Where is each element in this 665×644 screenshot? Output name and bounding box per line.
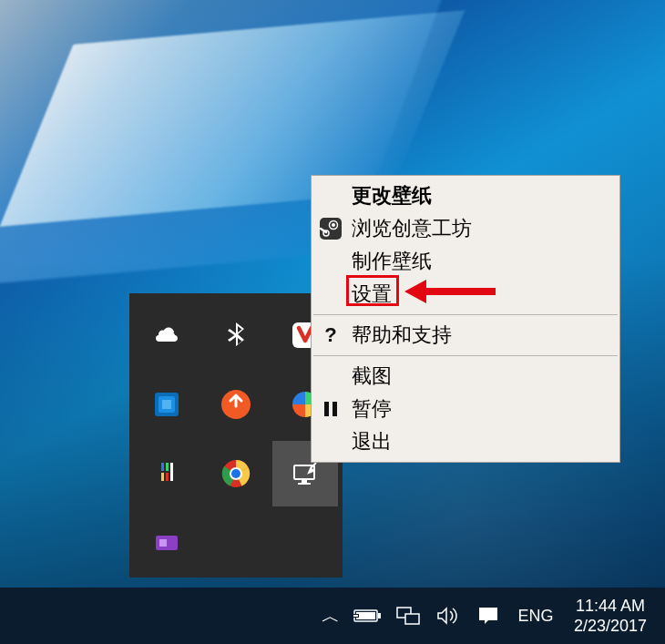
question-icon: ?	[319, 323, 343, 347]
action-center-icon[interactable]	[470, 588, 506, 644]
language-label: ENG	[517, 607, 553, 626]
language-indicator[interactable]: ENG	[510, 588, 561, 644]
menu-exit[interactable]: 退出	[312, 425, 619, 458]
menu-browse-workshop[interactable]: 浏览创意工坊	[312, 212, 619, 245]
tray-update-icon[interactable]	[203, 372, 269, 437]
chevron-glyph: ︿	[322, 604, 340, 629]
svg-rect-26	[356, 612, 375, 619]
tray-bluetooth-icon[interactable]	[203, 302, 269, 368]
clock-time: 11:44 AM	[574, 596, 647, 617]
svg-rect-14	[302, 480, 307, 483]
svg-rect-3	[162, 400, 171, 409]
callout-arrow-icon	[401, 274, 499, 309]
volume-icon[interactable]	[430, 588, 466, 644]
menu-item-label: 更改壁纸	[352, 182, 432, 210]
pause-icon	[319, 397, 343, 421]
svg-rect-29	[405, 614, 419, 624]
svg-rect-23	[332, 402, 337, 416]
svg-rect-15	[298, 483, 311, 485]
battery-icon[interactable]	[350, 588, 386, 644]
steam-icon	[319, 217, 343, 240]
svg-rect-7	[166, 463, 169, 471]
menu-help-support[interactable]: ? 帮助和支持	[312, 319, 619, 352]
menu-item-label: 截图	[352, 363, 392, 390]
svg-rect-5	[161, 463, 164, 471]
tray-overflow-chevron-icon[interactable]: ︿	[315, 588, 346, 644]
network-icon[interactable]	[390, 588, 426, 644]
menu-pause[interactable]: 暂停	[312, 393, 619, 425]
tray-purple-app-icon[interactable]	[134, 510, 200, 576]
tray-intel-graphics-icon[interactable]	[134, 372, 200, 437]
menu-item-label: 制作壁纸	[352, 248, 432, 275]
menu-screenshot[interactable]: 截图	[312, 360, 619, 393]
tray-everything-icon[interactable]	[134, 441, 200, 506]
menu-item-label: 浏览创意工坊	[352, 215, 472, 242]
svg-rect-8	[166, 473, 169, 481]
tray-chrome-icon[interactable]	[203, 441, 269, 506]
menu-item-label: 设置	[352, 281, 392, 308]
menu-item-label: 退出	[352, 428, 392, 455]
clock-date: 2/23/2017	[574, 616, 647, 637]
tray-onedrive-icon[interactable]	[134, 302, 200, 368]
menu-separator	[313, 355, 618, 356]
svg-rect-9	[170, 463, 173, 481]
wallpaper-engine-context-menu: 更改壁纸 浏览创意工坊 制作壁纸 设置 ? 帮助和支持 截图 暂停 退出	[311, 175, 620, 463]
svg-rect-17	[159, 539, 167, 547]
menu-separator	[313, 314, 618, 315]
taskbar: ︿ ENG 11:44 AM 2/23/2017	[0, 588, 665, 644]
menu-item-label: 暂停	[352, 395, 392, 423]
svg-point-20	[332, 223, 335, 227]
svg-rect-6	[161, 473, 164, 481]
svg-rect-25	[378, 613, 381, 618]
menu-item-label: 帮助和支持	[352, 322, 452, 349]
svg-point-12	[231, 469, 240, 478]
svg-rect-22	[324, 402, 329, 416]
menu-create-wallpaper[interactable]: 制作壁纸	[312, 245, 619, 278]
menu-change-wallpaper[interactable]: 更改壁纸	[312, 179, 619, 212]
taskbar-clock[interactable]: 11:44 AM 2/23/2017	[565, 596, 656, 637]
